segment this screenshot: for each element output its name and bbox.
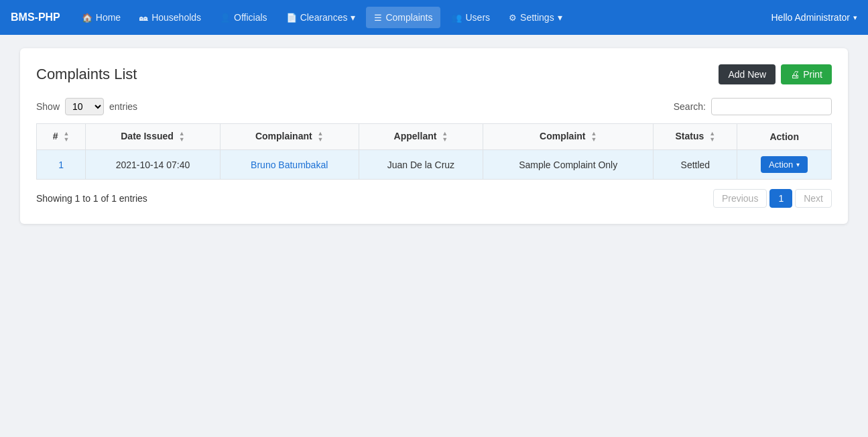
nav-label-settings: Settings bbox=[520, 12, 554, 23]
action-caret: ▾ bbox=[796, 161, 800, 168]
search-label: Search: bbox=[674, 101, 706, 112]
complaints-table: # ▲▼ Date Issued ▲▼ Complainant ▲▼ Appel… bbox=[36, 123, 832, 180]
nav-label-users: Users bbox=[465, 12, 490, 23]
search-input[interactable] bbox=[711, 98, 832, 115]
nav-label-clearances: Clearances bbox=[300, 12, 348, 23]
users-icon: 👥 bbox=[451, 13, 462, 23]
cell-complaint: Sample Complaint Only bbox=[483, 150, 654, 180]
pagination-area: Showing 1 to 1 of 1 entries Previous 1 N… bbox=[36, 189, 832, 208]
cell-appellant: Juan De la Cruz bbox=[359, 150, 483, 180]
home-icon: 🏠 bbox=[82, 13, 92, 23]
from-value: 1 bbox=[75, 193, 80, 204]
col-date-label: Date Issued bbox=[121, 131, 174, 141]
add-new-button[interactable]: Add New bbox=[719, 64, 776, 84]
page-title: Complaints List bbox=[36, 66, 137, 83]
entries-label: entries bbox=[109, 101, 137, 112]
col-action: Action bbox=[737, 124, 832, 150]
settings-caret: ▾ bbox=[558, 12, 562, 23]
table-controls: Show 10 25 50 100 entries Search: bbox=[36, 98, 832, 115]
of-label: of bbox=[101, 193, 112, 204]
user-menu-caret: ▾ bbox=[853, 13, 857, 22]
col-status[interactable]: Status ▲▼ bbox=[654, 124, 737, 150]
col-complainant[interactable]: Complainant ▲▼ bbox=[220, 124, 359, 150]
complaints-icon: ☰ bbox=[374, 13, 382, 23]
col-num-label: # bbox=[53, 131, 58, 141]
col-num[interactable]: # ▲▼ bbox=[37, 124, 86, 150]
show-entries: Show 10 25 50 100 entries bbox=[36, 98, 137, 115]
table-body: 1 2021-10-14 07:40 Bruno Batumbakal Juan… bbox=[37, 150, 832, 180]
households-icon: 🏘 bbox=[139, 13, 148, 23]
nav-item-clearances[interactable]: 📄 Clearances ▾ bbox=[278, 7, 364, 28]
clearances-caret: ▾ bbox=[351, 12, 355, 23]
show-label: Show bbox=[36, 101, 60, 112]
sort-appellant: ▲▼ bbox=[442, 131, 448, 143]
next-button[interactable]: Next bbox=[795, 189, 832, 208]
cell-complainant: Bruno Batumbakal bbox=[220, 150, 359, 180]
nav-item-complaints[interactable]: ☰ Complaints bbox=[366, 7, 440, 28]
print-button[interactable]: 🖨 Print bbox=[781, 64, 832, 84]
user-menu[interactable]: Hello Administrator ▾ bbox=[771, 12, 858, 23]
settings-icon: ⚙ bbox=[509, 13, 517, 23]
user-greeting: Hello Administrator bbox=[771, 12, 851, 23]
sort-complaint: ▲▼ bbox=[591, 131, 597, 143]
previous-button[interactable]: Previous bbox=[713, 189, 767, 208]
complaints-card: Complaints List Add New 🖨 Print Show 10 … bbox=[20, 48, 848, 224]
total-value: 1 bbox=[111, 193, 117, 204]
sort-date: ▲▼ bbox=[179, 131, 185, 143]
page-1-button[interactable]: 1 bbox=[769, 189, 792, 208]
nav-item-officials[interactable]: 👤 Officials bbox=[212, 7, 275, 28]
cell-status: Settled bbox=[654, 150, 737, 180]
clearances-icon: 📄 bbox=[286, 13, 297, 23]
officials-icon: 👤 bbox=[220, 13, 231, 23]
printer-icon: 🖨 bbox=[790, 69, 800, 80]
sort-num: ▲▼ bbox=[64, 131, 70, 143]
col-complaint[interactable]: Complaint ▲▼ bbox=[483, 124, 654, 150]
nav-item-home[interactable]: 🏠 Home bbox=[74, 7, 129, 28]
search-box: Search: bbox=[674, 98, 832, 115]
nav-label-home: Home bbox=[96, 12, 121, 23]
nav-item-users[interactable]: 👥 Users bbox=[443, 7, 498, 28]
action-button[interactable]: Action ▾ bbox=[761, 156, 808, 173]
navbar: BMS-PHP 🏠 Home 🏘 Households 👤 Officials … bbox=[0, 0, 868, 35]
col-appellant-label: Appellant bbox=[394, 131, 437, 141]
table-header: # ▲▼ Date Issued ▲▼ Complainant ▲▼ Appel… bbox=[37, 124, 832, 150]
header-buttons: Add New 🖨 Print bbox=[719, 64, 832, 84]
brand[interactable]: BMS-PHP bbox=[11, 11, 60, 23]
nav-label-officials: Officials bbox=[234, 12, 267, 23]
main-content: Complaints List Add New 🖨 Print Show 10 … bbox=[0, 35, 868, 237]
table-row: 1 2021-10-14 07:40 Bruno Batumbakal Juan… bbox=[37, 150, 832, 180]
nav-label-households: Households bbox=[151, 12, 201, 23]
col-appellant[interactable]: Appellant ▲▼ bbox=[359, 124, 483, 150]
col-action-label: Action bbox=[769, 131, 799, 142]
col-complaint-label: Complaint bbox=[540, 131, 585, 141]
col-status-label: Status bbox=[676, 131, 704, 141]
card-header: Complaints List Add New 🖨 Print bbox=[36, 64, 832, 84]
print-label: Print bbox=[803, 69, 822, 80]
cell-action: Action ▾ bbox=[737, 150, 832, 180]
entries-select[interactable]: 10 25 50 100 bbox=[65, 98, 104, 115]
cell-num: 1 bbox=[37, 150, 86, 180]
nav-label-complaints: Complaints bbox=[385, 12, 432, 23]
to-value: 1 bbox=[93, 193, 99, 204]
sort-status: ▲▼ bbox=[709, 131, 715, 143]
nav-item-households[interactable]: 🏘 Households bbox=[131, 7, 209, 28]
nav-items: 🏠 Home 🏘 Households 👤 Officials 📄 Cleara… bbox=[74, 7, 771, 28]
cell-date-issued: 2021-10-14 07:40 bbox=[86, 150, 220, 180]
pagination: Previous 1 Next bbox=[713, 189, 832, 208]
entries-suffix: entries bbox=[119, 193, 147, 204]
to-label: to bbox=[82, 193, 93, 204]
showing-label: Showing bbox=[36, 193, 72, 204]
col-date-issued[interactable]: Date Issued ▲▼ bbox=[86, 124, 220, 150]
sort-complainant: ▲▼ bbox=[318, 131, 324, 143]
nav-item-settings[interactable]: ⚙ Settings ▾ bbox=[501, 7, 570, 28]
showing-text: Showing 1 to 1 of 1 entries bbox=[36, 193, 147, 204]
col-complainant-label: Complainant bbox=[255, 131, 312, 141]
action-label: Action bbox=[769, 160, 793, 170]
